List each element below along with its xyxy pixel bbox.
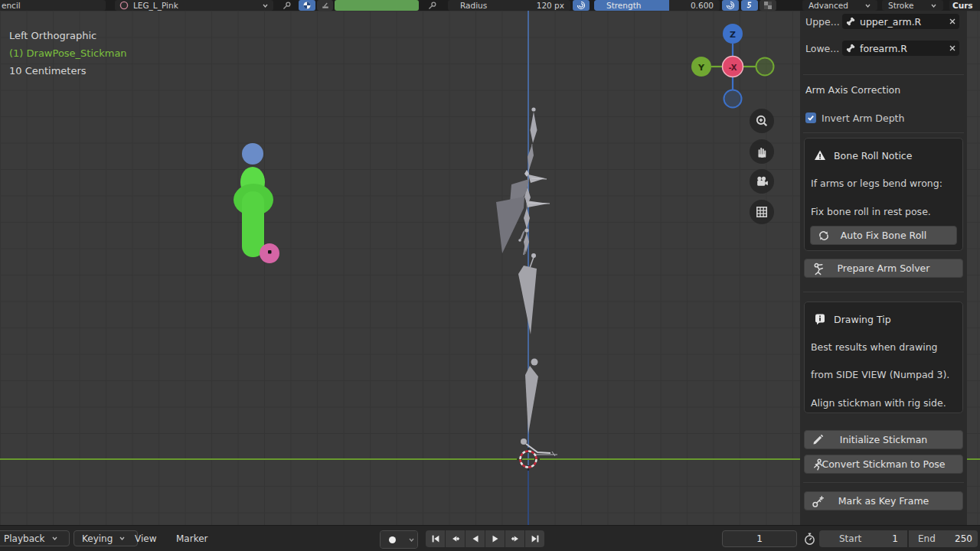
stroke-placement-icon[interactable]: [317, 0, 333, 11]
info-icon: [814, 313, 826, 325]
mark-keyframe-label: Mark as Key Frame: [838, 495, 929, 507]
chevron-down-icon: [864, 2, 871, 9]
convert-stickman-button[interactable]: Convert Stickman to Pose: [804, 455, 963, 474]
keying-menu-label: Keying: [82, 533, 113, 544]
jump-to-start-button[interactable]: [426, 530, 445, 547]
end-frame-field[interactable]: End 250: [909, 530, 978, 547]
next-keyframe-icon: [510, 533, 521, 544]
brush-color-swatch[interactable]: [335, 0, 419, 11]
close-icon[interactable]: [949, 18, 956, 25]
chevron-down-icon: [408, 536, 415, 543]
record-button[interactable]: [381, 531, 404, 548]
pin-icon[interactable]: [423, 0, 441, 11]
auto-fix-bone-roll-button[interactable]: Auto Fix Bone Roll: [810, 226, 957, 245]
initialize-stickman-button[interactable]: Initialize Stickman: [804, 430, 963, 449]
view-menu[interactable]: View: [135, 530, 156, 546]
playback-menu[interactable]: Playback: [0, 530, 70, 546]
radius-label: Radius: [460, 0, 487, 11]
pressure-icon[interactable]: [722, 0, 739, 11]
pin-icon[interactable]: [277, 0, 296, 11]
marker-menu-label: Marker: [176, 533, 207, 544]
falloff-curve-icon[interactable]: [741, 0, 758, 11]
jump-to-end-button[interactable]: [525, 530, 544, 547]
blend-sphere-icon[interactable]: [299, 0, 315, 11]
record-dot-icon: [389, 536, 396, 543]
jump-start-icon: [430, 533, 441, 544]
zoom-icon[interactable]: [750, 109, 774, 133]
active-tool-button[interactable]: encil: [0, 0, 106, 11]
chevron-down-icon: [51, 535, 58, 542]
drawing-tip-line2: from SIDE VIEW (Numpad 3).: [811, 369, 949, 380]
record-options-dropdown[interactable]: [405, 531, 417, 548]
radius-slider[interactable]: Radius 120 px: [448, 0, 570, 11]
strength-label: Strength: [606, 0, 641, 11]
transport-controls: [426, 530, 544, 547]
running-man-icon: [812, 458, 825, 471]
advanced-dropdown[interactable]: Advanced: [802, 0, 877, 11]
stroke-dropdown[interactable]: Stroke: [882, 0, 943, 11]
brush-dropdown[interactable]: LEG_L_Pink: [115, 0, 273, 11]
pencil-icon: [812, 434, 824, 446]
view-name-label: Left Orthographic: [9, 27, 127, 44]
next-keyframe-button[interactable]: [505, 530, 524, 547]
tool-settings-bar: encil LEG_L_Pink Radius 120 px: [0, 0, 980, 11]
convert-stickman-label: Convert Stickman to Pose: [822, 458, 945, 470]
viewport-overlay-text: Left Orthographic (1) DrawPose_Stickman …: [9, 27, 127, 80]
marker-menu[interactable]: Marker: [176, 530, 207, 546]
active-object-label: (1) DrawPose_Stickman: [9, 44, 127, 62]
prepare-arm-solver-label: Prepare Arm Solver: [838, 262, 930, 274]
upper-bone-label: Uppe...: [805, 16, 840, 28]
cursor-dropdown[interactable]: Curs: [949, 0, 980, 11]
initialize-stickman-label: Initialize Stickman: [840, 434, 927, 445]
lower-bone-field[interactable]: forearm.R: [842, 41, 959, 56]
grid-view-icon[interactable]: [750, 200, 774, 224]
panel-divider: [803, 292, 964, 292]
brush-name-label: LEG_L_Pink: [133, 0, 178, 11]
drawing-tip-line1: Best results when drawing: [811, 341, 938, 353]
drawing-tip-box: Drawing Tip Best results when drawing fr…: [804, 302, 963, 413]
close-icon[interactable]: [949, 44, 956, 52]
panel-divider: [803, 132, 964, 133]
stopwatch-icon[interactable]: [803, 533, 816, 546]
radius-value: 120 px: [537, 0, 564, 11]
pan-hand-icon[interactable]: [750, 139, 774, 164]
strength-slider[interactable]: Strength 0.600: [594, 0, 720, 11]
bone-roll-line1: If arms or legs bend wrong:: [811, 178, 942, 189]
pressure-icon[interactable]: [573, 0, 590, 11]
camera-icon[interactable]: [750, 169, 774, 194]
prev-keyframe-icon: [450, 533, 461, 544]
chevron-down-icon: [930, 2, 937, 9]
end-value: 250: [955, 533, 972, 544]
bone-roll-title: Bone Roll Notice: [834, 150, 912, 161]
active-tool-label: encil: [2, 0, 21, 11]
start-frame-field[interactable]: Start 1: [819, 530, 907, 547]
check-icon: [807, 114, 815, 122]
bone-roll-line2: Fix bone roll in rest pose.: [811, 206, 931, 217]
checker-pattern-icon[interactable]: [760, 0, 776, 11]
upper-bone-field[interactable]: upper_arm.R: [842, 14, 959, 29]
grid-scale-label: 10 Centimeters: [9, 62, 127, 80]
play-reverse-button[interactable]: [466, 530, 485, 547]
chevron-down-icon: [119, 535, 126, 542]
prev-keyframe-button[interactable]: [446, 530, 465, 547]
keying-menu[interactable]: Keying: [74, 530, 138, 546]
current-frame-field[interactable]: 1: [722, 530, 797, 547]
prepare-arm-solver-button[interactable]: Prepare Arm Solver: [804, 259, 963, 278]
start-label: Start: [839, 533, 861, 544]
view-menu-label: View: [135, 533, 156, 544]
cursor-label: Curs: [952, 0, 973, 11]
stickman-icon: [812, 262, 825, 276]
warning-icon: [814, 149, 826, 161]
invert-arm-depth-label: Invert Arm Depth: [822, 112, 904, 124]
drawing-tip-title-row: Drawing Tip: [814, 313, 891, 325]
chevron-down-icon: [262, 2, 269, 9]
drawing-tip-line3: Align stickman with rig side.: [811, 397, 946, 409]
key-plus-icon: [812, 495, 825, 508]
frame-range-group: Start 1 End 250: [819, 530, 978, 547]
invert-arm-depth-checkbox[interactable]: [805, 112, 816, 123]
bone-icon: [845, 16, 856, 27]
play-icon: [490, 533, 501, 544]
lower-bone-value: forearm.R: [860, 43, 949, 54]
play-button[interactable]: [485, 530, 505, 547]
mark-keyframe-button[interactable]: Mark as Key Frame: [804, 491, 963, 510]
